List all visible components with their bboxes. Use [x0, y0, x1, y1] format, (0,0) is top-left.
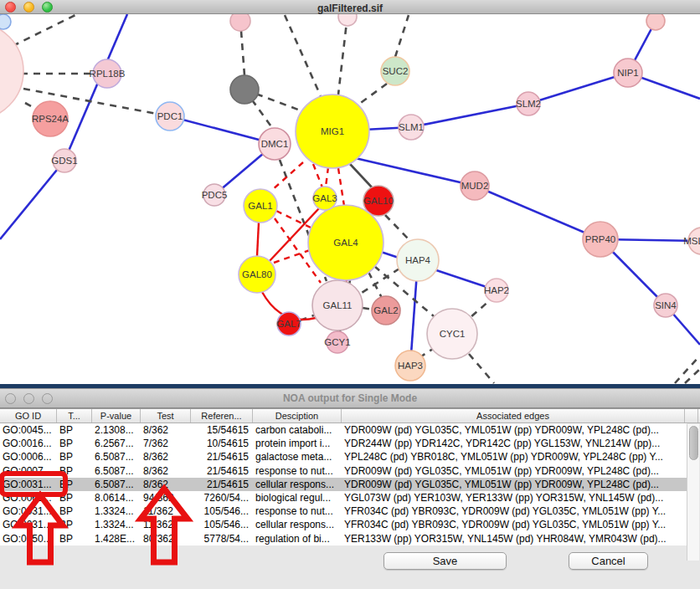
node-label-RPS24A: RPS24A — [32, 114, 69, 124]
cell: 5778/54... — [191, 532, 253, 545]
network-edge-reddash[interactable] — [276, 211, 311, 228]
cell: 21/54615 — [191, 478, 253, 491]
cell: 7260/54... — [191, 491, 253, 504]
table-row[interactable]: GO:0050...BP1.428E...80/3625778/54...reg… — [0, 532, 687, 545]
window-controls-inactive — [5, 389, 53, 407]
network-edge-reddash[interactable] — [326, 167, 328, 187]
cell: 8.0614... — [92, 491, 141, 504]
network-window-title: galFiltered.sif — [317, 3, 383, 14]
cell: 21/54615 — [191, 450, 253, 464]
network-edge-blue[interactable] — [64, 14, 127, 161]
cell: YDR244W (pp) YDR142C, YDR142C (pp) YGL15… — [342, 437, 685, 450]
cell: GO:0007... — [0, 464, 57, 478]
window-controls — [5, 0, 53, 13]
table-row[interactable]: GO:0031...BP1.3324...11/362105/546...cel… — [0, 518, 687, 531]
network-edge-dash[interactable] — [285, 15, 321, 96]
node-label-RPL18B: RPL18B — [90, 69, 126, 79]
table-row[interactable]: GO:0045...BP2.1308...8/36215/54615carbon… — [0, 423, 687, 437]
node-big-left[interactable] — [0, 23, 23, 120]
column-header-associated-edges[interactable]: Associated edges — [342, 409, 685, 423]
table-row[interactable]: GO:0065...BP8.0614...94/3627260/54...bio… — [0, 491, 687, 504]
cancel-button[interactable]: Cancel — [569, 552, 648, 570]
node-label-GAL10: GAL10 — [363, 196, 394, 206]
network-edge-dash[interactable] — [385, 215, 412, 243]
cell: BP — [57, 437, 92, 450]
cell: 11/362 — [141, 504, 191, 518]
cell: BP — [57, 478, 92, 491]
node-top-left-cut[interactable] — [0, 14, 11, 29]
network-edge-dash[interactable] — [241, 31, 244, 75]
cell: BP — [57, 504, 92, 518]
cell: 8/362 — [141, 450, 191, 464]
network-edge-dash[interactable] — [358, 84, 387, 105]
network-edge-dash[interactable] — [13, 15, 75, 46]
network-edge-graysolid[interactable] — [350, 164, 373, 189]
network-edge-dash[interactable] — [338, 15, 347, 95]
cell: YGL073W (pd) YER103W, YER133W (pp) YOR31… — [342, 491, 685, 504]
table-row[interactable]: GO:0007...BP6.5087...8/36221/54615respon… — [0, 464, 687, 478]
network-edge-red[interactable] — [257, 223, 259, 256]
cell: YDR009W (pd) YGL035C, YML051W (pp) YDR00… — [342, 423, 685, 437]
cell: YER133W (pp) YOR315W, YNL145W (pd) YHR08… — [342, 532, 685, 545]
network-edge-dash[interactable] — [469, 354, 494, 383]
network-edge-blue[interactable] — [411, 104, 528, 127]
network-edge-reddash[interactable] — [338, 168, 344, 206]
cell: 94/362 — [141, 491, 191, 504]
table-row[interactable]: GO:0006...BP6.5087...8/36221/54615galact… — [0, 450, 687, 464]
node-label-MIG1: MIG1 — [321, 126, 344, 136]
node-top-mid-cut[interactable] — [230, 14, 250, 31]
node-top-center-cut[interactable] — [338, 14, 357, 26]
cell: BP — [57, 491, 92, 504]
network-edge-blue[interactable] — [475, 186, 600, 239]
table-row[interactable]: GO:0016...BP6.2567...7/36210/54615protei… — [0, 437, 687, 450]
network-edge-dash[interactable] — [675, 356, 700, 383]
node-top-right-cut[interactable] — [646, 14, 665, 30]
cell: BP — [57, 518, 92, 531]
network-edge-blue[interactable] — [528, 73, 628, 104]
close-button[interactable] — [5, 2, 16, 13]
node-label-GAL11: GAL11 — [323, 300, 353, 310]
table-header-row: GO IDT...P-valueTestReferen...Desciption… — [0, 409, 700, 423]
node-gray-node[interactable] — [230, 75, 259, 104]
cell: BP — [57, 464, 92, 478]
network-window-titlebar[interactable]: galFiltered.sif — [0, 0, 700, 14]
cell: YPL248C (pd) YBR018C, YML051W (pp) YDR00… — [342, 450, 685, 464]
node-label-PDC5: PDC5 — [202, 190, 228, 200]
cell: GO:0045... — [0, 423, 57, 437]
column-header-desciption[interactable]: Desciption — [253, 409, 342, 423]
table-row-selected[interactable]: GO:0031...BP6.5087...8/36221/54615cellul… — [0, 478, 687, 491]
noa-window-titlebar[interactable]: NOA output for Single Mode — [0, 389, 700, 408]
column-header-go-id[interactable]: GO ID — [0, 409, 57, 423]
node-label-GAL80: GAL80 — [242, 269, 272, 279]
network-edge-dash[interactable] — [395, 15, 409, 57]
minimize-button[interactable] — [23, 393, 34, 404]
cell: GO:0031... — [0, 518, 57, 531]
save-button[interactable]: Save — [383, 552, 507, 570]
cell: 2.1308... — [92, 423, 141, 437]
cell: BP — [57, 450, 92, 464]
cell: 6.2567... — [92, 437, 141, 450]
network-edge-reddash[interactable] — [313, 164, 322, 187]
cell: 80/362 — [141, 532, 191, 545]
column-header-t-[interactable]: T... — [57, 409, 92, 423]
cell: BP — [57, 423, 92, 437]
cell: 11/362 — [141, 518, 191, 531]
column-header-p-value[interactable]: P-value — [92, 409, 141, 423]
zoom-button[interactable] — [42, 393, 53, 404]
zoom-button[interactable] — [42, 2, 53, 13]
cell: 6.5087... — [92, 450, 141, 464]
network-edge-dash[interactable] — [363, 308, 373, 310]
scrollbar-thumb[interactable] — [689, 426, 698, 460]
node-label-NIP1: NIP1 — [617, 68, 639, 78]
network-canvas[interactable]: RPL18BRPS24AGDS1PDC1DMC1SUC2SLM1SLM2NIP1… — [0, 14, 700, 384]
close-button[interactable] — [5, 393, 16, 404]
cell: YDR009W (pd) YGL035C, YML051W (pp) YDR00… — [342, 464, 685, 478]
network-edge-blue[interactable] — [352, 157, 475, 186]
table-scrollbar[interactable] — [687, 424, 699, 561]
minimize-button[interactable] — [23, 2, 34, 13]
network-edge-blue[interactable] — [0, 161, 64, 239]
column-header-test[interactable]: Test — [141, 409, 191, 423]
table-row[interactable]: GO:0031...BP1.3324...11/362105/546...res… — [0, 504, 687, 518]
column-header-referen-[interactable]: Referen... — [191, 409, 253, 423]
cell: cellular respons... — [253, 478, 342, 491]
